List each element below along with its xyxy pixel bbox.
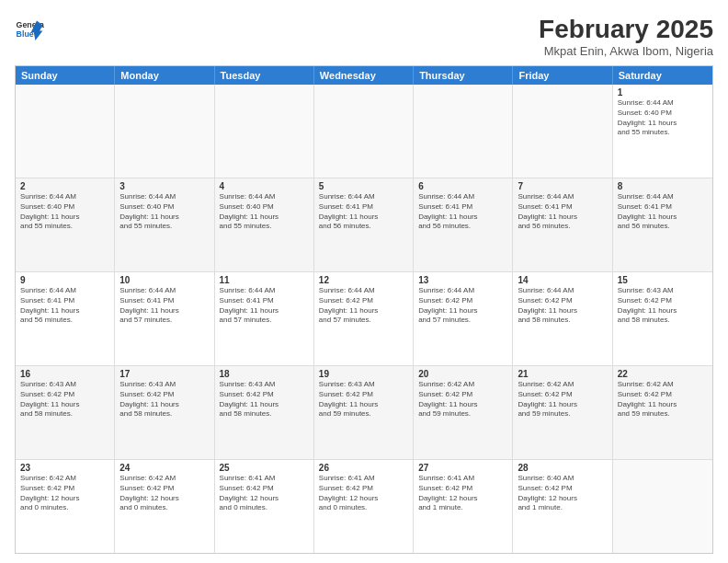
calendar-cell: 27Sunrise: 6:41 AM Sunset: 6:42 PM Dayli…	[414, 460, 513, 553]
calendar-cell	[215, 85, 314, 178]
calendar-cell: 24Sunrise: 6:42 AM Sunset: 6:42 PM Dayli…	[115, 460, 214, 553]
calendar-body: 1Sunrise: 6:44 AM Sunset: 6:40 PM Daylig…	[16, 85, 712, 553]
day-info: Sunrise: 6:44 AM Sunset: 6:40 PM Dayligh…	[20, 192, 109, 232]
calendar-header: Sunday Monday Tuesday Wednesday Thursday…	[16, 66, 712, 85]
day-info: Sunrise: 6:43 AM Sunset: 6:42 PM Dayligh…	[119, 380, 209, 419]
day-number: 4	[220, 181, 309, 191]
title-block: February 2025 Mkpat Enin, Akwa Ibom, Nig…	[539, 15, 713, 58]
day-number: 20	[418, 369, 507, 379]
day-info: Sunrise: 6:44 AM Sunset: 6:42 PM Dayligh…	[418, 286, 507, 326]
header-wednesday: Wednesday	[314, 66, 414, 85]
calendar-cell: 28Sunrise: 6:40 AM Sunset: 6:42 PM Dayli…	[513, 460, 612, 553]
calendar-cell: 4Sunrise: 6:44 AM Sunset: 6:40 PM Daylig…	[215, 178, 314, 271]
day-number: 13	[418, 275, 507, 285]
calendar-cell: 8Sunrise: 6:44 AM Sunset: 6:41 PM Daylig…	[613, 178, 712, 271]
day-number: 24	[119, 463, 209, 473]
day-info: Sunrise: 6:43 AM Sunset: 6:42 PM Dayligh…	[220, 380, 309, 419]
calendar-cell: 13Sunrise: 6:44 AM Sunset: 6:42 PM Dayli…	[414, 272, 513, 365]
day-number: 26	[319, 463, 408, 473]
calendar-cell	[513, 85, 612, 178]
day-info: Sunrise: 6:43 AM Sunset: 6:42 PM Dayligh…	[618, 286, 708, 326]
calendar-cell	[414, 85, 513, 178]
day-info: Sunrise: 6:44 AM Sunset: 6:41 PM Dayligh…	[220, 286, 309, 326]
header: General Blue February 2025 Mkpat Enin, A…	[15, 15, 713, 58]
day-info: Sunrise: 6:44 AM Sunset: 6:41 PM Dayligh…	[20, 286, 109, 326]
day-number: 5	[319, 181, 408, 191]
day-info: Sunrise: 6:44 AM Sunset: 6:40 PM Dayligh…	[220, 192, 309, 232]
header-thursday: Thursday	[414, 66, 513, 85]
day-info: Sunrise: 6:42 AM Sunset: 6:42 PM Dayligh…	[518, 380, 607, 419]
day-info: Sunrise: 6:44 AM Sunset: 6:41 PM Dayligh…	[618, 192, 708, 232]
day-number: 22	[618, 369, 708, 379]
calendar-cell: 3Sunrise: 6:44 AM Sunset: 6:40 PM Daylig…	[115, 178, 214, 271]
calendar-week-1: 1Sunrise: 6:44 AM Sunset: 6:40 PM Daylig…	[16, 85, 712, 178]
day-info: Sunrise: 6:42 AM Sunset: 6:42 PM Dayligh…	[618, 380, 708, 419]
day-number: 11	[220, 275, 309, 285]
calendar-cell	[314, 85, 414, 178]
day-number: 6	[418, 181, 507, 191]
calendar-cell: 19Sunrise: 6:43 AM Sunset: 6:42 PM Dayli…	[314, 366, 414, 459]
day-info: Sunrise: 6:41 AM Sunset: 6:42 PM Dayligh…	[319, 474, 408, 513]
logo-icon: General Blue	[15, 15, 44, 44]
day-info: Sunrise: 6:44 AM Sunset: 6:42 PM Dayligh…	[319, 286, 408, 326]
day-number: 7	[518, 181, 607, 191]
page: General Blue February 2025 Mkpat Enin, A…	[0, 0, 728, 563]
day-info: Sunrise: 6:44 AM Sunset: 6:42 PM Dayligh…	[518, 286, 607, 326]
calendar-cell: 12Sunrise: 6:44 AM Sunset: 6:42 PM Dayli…	[314, 272, 414, 365]
day-number: 21	[518, 369, 607, 379]
day-number: 3	[119, 181, 209, 191]
day-number: 23	[20, 463, 109, 473]
calendar-cell: 14Sunrise: 6:44 AM Sunset: 6:42 PM Dayli…	[513, 272, 612, 365]
day-info: Sunrise: 6:40 AM Sunset: 6:42 PM Dayligh…	[518, 474, 607, 513]
header-sunday: Sunday	[16, 66, 115, 85]
calendar-cell	[16, 85, 115, 178]
calendar-cell: 7Sunrise: 6:44 AM Sunset: 6:41 PM Daylig…	[513, 178, 612, 271]
logo: General Blue	[15, 15, 44, 44]
day-info: Sunrise: 6:44 AM Sunset: 6:41 PM Dayligh…	[319, 192, 408, 232]
day-number: 8	[618, 181, 708, 191]
main-title: February 2025	[539, 15, 713, 44]
day-info: Sunrise: 6:41 AM Sunset: 6:42 PM Dayligh…	[220, 474, 309, 513]
calendar-week-3: 9Sunrise: 6:44 AM Sunset: 6:41 PM Daylig…	[16, 272, 712, 366]
calendar-cell: 21Sunrise: 6:42 AM Sunset: 6:42 PM Dayli…	[513, 366, 612, 459]
day-number: 12	[319, 275, 408, 285]
day-number: 16	[20, 369, 109, 379]
calendar-week-5: 23Sunrise: 6:42 AM Sunset: 6:42 PM Dayli…	[16, 460, 712, 553]
day-number: 14	[518, 275, 607, 285]
day-info: Sunrise: 6:41 AM Sunset: 6:42 PM Dayligh…	[418, 474, 507, 513]
day-info: Sunrise: 6:42 AM Sunset: 6:42 PM Dayligh…	[418, 380, 507, 419]
calendar-cell: 22Sunrise: 6:42 AM Sunset: 6:42 PM Dayli…	[613, 366, 712, 459]
calendar-week-2: 2Sunrise: 6:44 AM Sunset: 6:40 PM Daylig…	[16, 178, 712, 272]
day-number: 1	[618, 87, 708, 98]
calendar-cell: 17Sunrise: 6:43 AM Sunset: 6:42 PM Dayli…	[115, 366, 214, 459]
calendar-cell	[613, 460, 712, 553]
header-friday: Friday	[513, 66, 612, 85]
day-info: Sunrise: 6:44 AM Sunset: 6:41 PM Dayligh…	[418, 192, 507, 232]
day-info: Sunrise: 6:42 AM Sunset: 6:42 PM Dayligh…	[119, 474, 209, 513]
day-number: 19	[319, 369, 408, 379]
calendar-cell: 18Sunrise: 6:43 AM Sunset: 6:42 PM Dayli…	[215, 366, 314, 459]
calendar-cell: 26Sunrise: 6:41 AM Sunset: 6:42 PM Dayli…	[314, 460, 414, 553]
calendar-cell: 10Sunrise: 6:44 AM Sunset: 6:41 PM Dayli…	[115, 272, 214, 365]
day-number: 18	[220, 369, 309, 379]
day-number: 15	[618, 275, 708, 285]
day-info: Sunrise: 6:44 AM Sunset: 6:41 PM Dayligh…	[119, 286, 209, 326]
calendar-cell: 6Sunrise: 6:44 AM Sunset: 6:41 PM Daylig…	[414, 178, 513, 271]
day-number: 27	[418, 463, 507, 473]
calendar-cell: 23Sunrise: 6:42 AM Sunset: 6:42 PM Dayli…	[16, 460, 115, 553]
header-tuesday: Tuesday	[215, 66, 314, 85]
day-info: Sunrise: 6:42 AM Sunset: 6:42 PM Dayligh…	[20, 474, 109, 513]
day-info: Sunrise: 6:44 AM Sunset: 6:41 PM Dayligh…	[518, 192, 607, 232]
day-number: 10	[119, 275, 209, 285]
calendar-cell	[115, 85, 214, 178]
calendar-cell: 9Sunrise: 6:44 AM Sunset: 6:41 PM Daylig…	[16, 272, 115, 365]
calendar: Sunday Monday Tuesday Wednesday Thursday…	[15, 65, 713, 554]
calendar-cell: 25Sunrise: 6:41 AM Sunset: 6:42 PM Dayli…	[215, 460, 314, 553]
day-number: 28	[518, 463, 607, 473]
day-number: 17	[119, 369, 209, 379]
calendar-cell: 15Sunrise: 6:43 AM Sunset: 6:42 PM Dayli…	[613, 272, 712, 365]
header-saturday: Saturday	[613, 66, 712, 85]
calendar-week-4: 16Sunrise: 6:43 AM Sunset: 6:42 PM Dayli…	[16, 366, 712, 460]
calendar-cell: 16Sunrise: 6:43 AM Sunset: 6:42 PM Dayli…	[16, 366, 115, 459]
calendar-cell: 2Sunrise: 6:44 AM Sunset: 6:40 PM Daylig…	[16, 178, 115, 271]
